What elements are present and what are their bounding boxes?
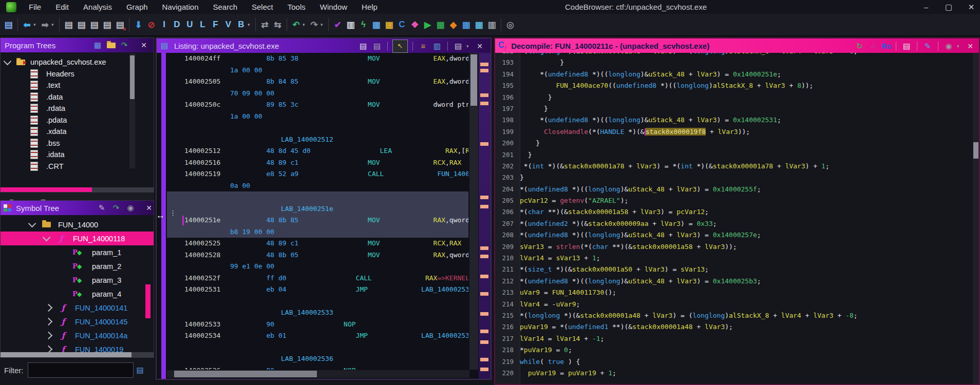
listing-row[interactable]: 140002534eb 01JMPLAB_140002537 <box>157 330 468 342</box>
goto-external-icon[interactable]: ↷ <box>119 40 130 51</box>
forward-icon[interactable]: ➡ <box>39 18 51 32</box>
diff-view-icon[interactable]: ▥ <box>431 41 443 52</box>
refresh-icon[interactable]: ↻ <box>854 41 865 52</box>
listing-row[interactable]: 140002531eb 04JMPLAB_140002537 <box>157 284 468 296</box>
listing-row[interactable] <box>157 342 468 354</box>
maximize-button[interactable]: ▢ <box>944 3 953 12</box>
letter-u-icon[interactable]: U <box>183 18 196 32</box>
decompile-line[interactable]: 205pcVar12 = getenv("AZRAEL"); <box>495 195 973 206</box>
menu-file[interactable]: File <box>22 3 48 11</box>
copy-icon[interactable]: ▤ <box>901 41 912 52</box>
listing-row[interactable]: 99 e1 0e 00 <box>157 261 468 273</box>
menu-graph[interactable]: Graph <box>119 3 155 11</box>
decompile-line[interactable]: 210lVar14 = sVar13 + 1; <box>495 253 973 264</box>
listing-row[interactable] <box>157 296 468 307</box>
register-table-icon[interactable]: ▦ <box>460 18 473 32</box>
listing-row[interactable]: 140002519e8 52 a9CALLFUN_1400ace70 <box>157 168 468 180</box>
lightning-icon[interactable]: ϟ <box>357 18 370 32</box>
create-structure-icon[interactable]: ⇄ <box>258 18 271 32</box>
edit-pencil-icon[interactable]: ✎ <box>922 41 933 52</box>
symbol-tree-row-param_3[interactable]: P◆param_3 <box>1 273 154 287</box>
open-folder-icon[interactable] <box>105 40 117 51</box>
decompile-view[interactable]: 192*(longlong *)(&stack0x00001a48 + lVar… <box>495 53 973 384</box>
binary-format-icon[interactable]: ▥ <box>344 18 357 32</box>
decompile-line[interactable]: 220 puVar19 = puVar19 + 1; <box>495 368 973 379</box>
listing-row[interactable]: 1a 00 00 <box>157 111 468 123</box>
letter-d-icon[interactable]: D <box>171 18 183 32</box>
apply-doc-icon[interactable]: ▤ <box>101 18 114 32</box>
symbol-tree-row-param_1[interactable]: P◆param_1 <box>1 245 154 259</box>
decompile-line[interactable]: 209sVar13 = strlen(*(char **)(&stack0x00… <box>495 241 973 253</box>
decompile-line[interactable]: 204*(undefined8 *)((longlong)&uStack_48 … <box>495 184 973 195</box>
folder-grid-icon[interactable]: ▦ <box>383 18 395 32</box>
merge-doc-icon[interactable]: ▤ <box>88 18 101 32</box>
undo-icon[interactable]: ↶ <box>290 18 303 32</box>
memory-map-icon[interactable]: ▦ <box>434 18 447 32</box>
symbol-tree-view[interactable]: FUN_14000ƒFUN_14000118P◆param_1P◆param_2… <box>1 215 154 353</box>
menu-search[interactable]: Search <box>205 3 244 11</box>
symbol-tree-row-fun_14000141[interactable]: ƒFUN_14000141 <box>1 301 154 315</box>
copy-annotations-icon[interactable]: ▤ <box>62 18 75 32</box>
chevron-right-icon[interactable] <box>45 318 53 326</box>
decompile-line[interactable]: 198 *(undefined8 *)((longlong)&uStack_48… <box>495 114 973 126</box>
listing-row[interactable]: LAB_140002536 <box>157 353 468 365</box>
close-button[interactable]: ✕ <box>967 3 976 12</box>
menu-tools[interactable]: Tools <box>280 3 313 11</box>
listing-vscrollbar[interactable] <box>469 53 478 370</box>
validate-icon[interactable]: ✔ <box>331 18 344 32</box>
menu-window[interactable]: Window <box>313 3 354 11</box>
table-export-icon[interactable]: ▦ <box>473 18 485 32</box>
symbol-tree-row-fun_14000145[interactable]: ƒFUN_14000145 <box>1 315 154 329</box>
decompile-line[interactable]: 213uVar9 = FUN_140011730(); <box>495 287 973 298</box>
dropdown-caret-icon[interactable]: ▾ <box>303 18 308 32</box>
listing-hscrollbar[interactable] <box>167 370 469 378</box>
decompile-line[interactable]: 193 } <box>495 57 973 68</box>
edit-structure-icon[interactable]: ⇆ <box>271 18 284 32</box>
symbol-tree-row-fun_1400019[interactable]: ƒFUN_1400019 <box>1 342 154 353</box>
letter-i-icon[interactable]: I <box>158 18 171 32</box>
decompile-line[interactable]: 215*(longlong *)(&stack0x00001a48 + lVar… <box>495 310 973 321</box>
disassemble-down-icon[interactable]: ⬇ <box>132 18 145 32</box>
listing-row[interactable] <box>157 191 468 203</box>
decompile-line[interactable]: 207*(undefined2 *)(&stack0x000009aa + lV… <box>495 218 973 229</box>
play-icon[interactable]: ▶ <box>421 18 434 32</box>
listing-row[interactable]: 14000252548 89 c1MOVRCX,RAX <box>157 238 468 249</box>
new-tree-icon[interactable]: ▦ <box>92 40 103 51</box>
decompile-line[interactable]: 195 FUN_1400ace70((undefined8 *)((longlo… <box>495 80 973 91</box>
dropdown-caret-icon[interactable]: ▾ <box>51 18 56 32</box>
menu-analysis[interactable]: Analysis <box>76 3 119 11</box>
menu-navigation[interactable]: Navigation <box>155 3 206 11</box>
decompile-line[interactable]: 214lVar4 = -uVar9; <box>495 299 973 310</box>
listing-row[interactable]: 14000251e48 8b 85MOVRAX,qword ptr [RBP +… <box>157 215 468 226</box>
snapshot-icon[interactable]: ▤ <box>453 41 464 52</box>
redo-icon[interactable]: ↷ <box>308 18 321 32</box>
fields-display-icon[interactable]: ≡ <box>418 41 429 52</box>
decompile-line[interactable]: 197 } <box>495 103 973 114</box>
copy-special-icon[interactable]: ▤ <box>371 41 383 52</box>
filter-options-icon[interactable]: ▤ <box>137 365 144 375</box>
chevron-right-icon[interactable] <box>45 332 53 340</box>
dropdown-caret-icon[interactable]: ▾ <box>248 18 253 32</box>
symbol-tree-row-param_2[interactable]: P◆param_2 <box>1 259 154 273</box>
decompile-line[interactable]: 211*(size_t *)(&stack0x00001a50 + lVar3)… <box>495 264 973 275</box>
decompile-line[interactable]: 217lVar14 = lVar14 + -1; <box>495 333 973 344</box>
menu-edit[interactable]: Edit <box>48 3 76 11</box>
listing-row[interactable]: 14000253390NOP <box>157 319 468 331</box>
letter-v-icon[interactable]: V <box>222 18 235 32</box>
decompile-line[interactable]: 219while( true ) { <box>495 356 973 368</box>
data-type-manager-icon[interactable]: ❖ <box>408 18 421 32</box>
listing-overview-margin[interactable] <box>479 53 491 379</box>
cursor-location-icon[interactable]: ↖ <box>392 40 408 53</box>
minimize-button[interactable]: – <box>921 3 931 11</box>
symbol-tree-row-param_4[interactable]: P◆param_4 <box>1 287 154 301</box>
copy-icon[interactable]: ▤ <box>357 41 369 52</box>
listing-row[interactable]: 70 09 00 00 <box>157 88 468 100</box>
decompile-line[interactable]: 218*puVar19 = 0; <box>495 344 973 356</box>
table-view-icon[interactable]: ▦ <box>370 18 383 32</box>
decompile-line[interactable]: 216puVar19 = *(undefined1 **)(&stack0x00… <box>495 321 973 333</box>
listing-row[interactable]: 1400024ff8b 85 38MOVEAX,dword ptr [RBP +… <box>157 53 468 65</box>
decompile-line[interactable]: 201 } <box>495 149 973 161</box>
symbol-tree-row-fun_1400014a[interactable]: ƒFUN_1400014a <box>1 329 154 342</box>
listing-header[interactable]: ▤ Listing: unpacked_scvhost.exe ▤ ▤ ↖ ≡ … <box>157 38 491 53</box>
listing-row[interactable]: LAB_140002512 <box>157 134 468 146</box>
